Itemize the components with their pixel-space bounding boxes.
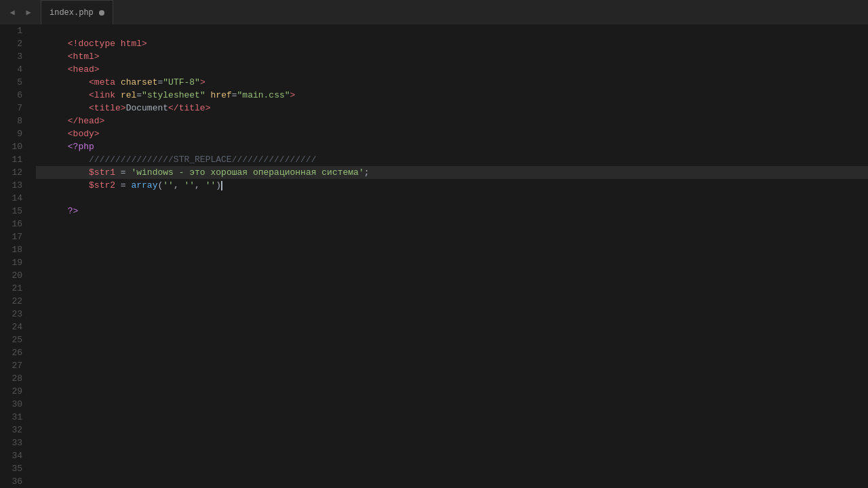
code-line-21 [36, 282, 868, 295]
code-line-35 [36, 462, 868, 475]
code-line-24 [36, 321, 868, 333]
line-num-5: 5 [0, 76, 31, 89]
code-line-4: <meta charset="UTF-8"> [36, 63, 868, 76]
code-line-2: <html> [36, 37, 868, 50]
line-num-10: 10 [0, 140, 31, 153]
nav-back-button[interactable]: ◀ [5, 5, 19, 19]
line-num-18: 18 [0, 243, 31, 256]
code-line-8: <body> [36, 115, 868, 127]
code-line-25 [36, 333, 868, 346]
code-line-3: <head> [36, 50, 868, 63]
code-line-9: <?php [36, 127, 868, 140]
code-content[interactable]: <!doctype html> <html> <head> <meta char… [31, 24, 868, 488]
line-num-11: 11 [0, 153, 31, 166]
line-num-22: 22 [0, 295, 31, 308]
line-num-3: 3 [0, 50, 31, 63]
code-line-27 [36, 359, 868, 372]
code-line-34 [36, 449, 868, 462]
line-num-24: 24 [0, 321, 31, 333]
line-num-13: 13 [0, 179, 31, 192]
file-tab[interactable]: index.php [41, 0, 113, 24]
nav-buttons: ◀ ▶ [5, 5, 35, 19]
line-num-27: 27 [0, 359, 31, 372]
line-num-12: 12 [0, 166, 31, 179]
code-line-23 [36, 308, 868, 321]
line-num-33: 33 [0, 436, 31, 449]
line-num-31: 31 [0, 411, 31, 424]
tab-filename: index.php [50, 8, 94, 18]
code-line-36 [36, 475, 868, 488]
line-num-9: 9 [0, 127, 31, 140]
line-num-34: 34 [0, 449, 31, 462]
line-num-28: 28 [0, 372, 31, 385]
line-num-30: 30 [0, 398, 31, 411]
code-line-22 [36, 295, 868, 308]
line-num-7: 7 [0, 102, 31, 115]
line-num-36: 36 [0, 475, 31, 488]
code-line-15 [36, 205, 868, 218]
code-line-33 [36, 436, 868, 449]
code-line-1: <!doctype html> [36, 24, 868, 37]
line-num-1: 1 [0, 24, 31, 37]
line-num-26: 26 [0, 346, 31, 359]
titlebar: ◀ ▶ index.php [0, 0, 868, 24]
code-line-14: ?> [36, 192, 868, 205]
line-num-19: 19 [0, 256, 31, 269]
nav-forward-button[interactable]: ▶ [22, 5, 35, 19]
editor-area: 1 2 3 4 5 6 7 8 9 10 11 12 13 14 15 16 1… [0, 24, 868, 488]
line-num-35: 35 [0, 462, 31, 475]
line-num-6: 6 [0, 89, 31, 102]
line-num-21: 21 [0, 282, 31, 295]
code-line-18 [36, 243, 868, 256]
code-line-10: ////////////////STR_REPLACE/////////////… [36, 140, 868, 153]
line-num-32: 32 [0, 424, 31, 436]
line-num-8: 8 [0, 115, 31, 127]
code-line-29 [36, 385, 868, 398]
code-line-28 [36, 372, 868, 385]
line-num-29: 29 [0, 385, 31, 398]
line-num-16: 16 [0, 218, 31, 230]
line-numbers-gutter: 1 2 3 4 5 6 7 8 9 10 11 12 13 14 15 16 1… [0, 24, 31, 488]
tab-modified-indicator [99, 10, 104, 16]
line-num-15: 15 [0, 205, 31, 218]
line-num-17: 17 [0, 230, 31, 243]
line-num-14: 14 [0, 192, 31, 205]
code-line-20 [36, 269, 868, 282]
code-line-16 [36, 218, 868, 230]
code-line-32 [36, 424, 868, 436]
line-num-23: 23 [0, 308, 31, 321]
code-line-26 [36, 346, 868, 359]
code-line-31 [36, 411, 868, 424]
line-num-25: 25 [0, 333, 31, 346]
code-line-19 [36, 256, 868, 269]
line-num-20: 20 [0, 269, 31, 282]
line-num-4: 4 [0, 63, 31, 76]
line-num-2: 2 [0, 37, 31, 50]
code-line-17 [36, 230, 868, 243]
code-line-30 [36, 398, 868, 411]
